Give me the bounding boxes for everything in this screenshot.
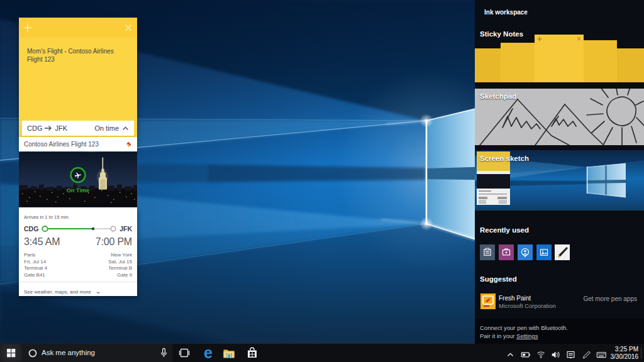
svg-text:On Time: On Time: [67, 187, 89, 194]
svg-text:CDG: CDG: [24, 225, 38, 233]
svg-text:JFK: JFK: [119, 225, 132, 233]
